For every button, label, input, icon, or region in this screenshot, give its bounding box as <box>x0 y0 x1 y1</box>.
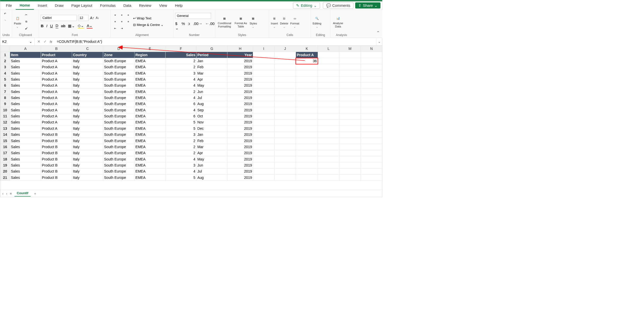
col-header-M[interactable]: M <box>339 46 361 52</box>
cell-G15[interactable]: Feb <box>196 138 227 144</box>
cell-B14[interactable]: Product B <box>41 131 72 138</box>
cell-N6[interactable] <box>361 82 382 88</box>
decrease-decimal-button[interactable]: ←.00 <box>205 21 215 30</box>
cell-J15[interactable] <box>274 138 296 144</box>
cell-G2[interactable]: Jan <box>196 58 227 64</box>
analyse-data-button[interactable]: 📊Analyse Data <box>332 15 344 28</box>
cell-D20[interactable]: South Europe <box>103 168 135 174</box>
align-top-center-button[interactable]: ≡ <box>119 12 124 18</box>
cell-I16[interactable] <box>253 144 274 150</box>
cell-F17[interactable]: 2 <box>166 150 196 156</box>
cell-F18[interactable]: 4 <box>166 156 196 162</box>
cell-H10[interactable]: 2019 <box>227 107 253 113</box>
cut-button[interactable]: ✂ <box>23 12 29 18</box>
cell-G5[interactable]: Apr <box>196 76 227 82</box>
cell-I17[interactable] <box>253 150 274 156</box>
cell-E1[interactable]: Region <box>134 52 165 58</box>
row-header-18[interactable]: 18 <box>0 156 10 162</box>
cell-B7[interactable]: Product A <box>41 89 72 95</box>
cell-D1[interactable]: Zone <box>103 52 135 58</box>
cell-M5[interactable] <box>339 76 361 82</box>
cell-J13[interactable] <box>274 125 296 131</box>
cell-I14[interactable] <box>253 131 274 138</box>
increase-font-button[interactable]: A↑ <box>90 16 94 20</box>
cell-B21[interactable]: Product B <box>41 175 72 181</box>
col-header-F[interactable]: F <box>166 46 196 52</box>
cell-H2[interactable]: 2019 <box>227 58 253 64</box>
cell-H20[interactable]: 2019 <box>227 168 253 174</box>
cell-M20[interactable] <box>339 168 361 174</box>
cell-J11[interactable] <box>274 113 296 119</box>
cell-N10[interactable] <box>361 107 382 113</box>
row-header-15[interactable]: 15 <box>0 138 10 144</box>
cell-A4[interactable]: Sales <box>10 70 41 76</box>
tab-formulas[interactable]: Formulas <box>96 1 119 10</box>
underline-button[interactable]: U <box>50 24 53 28</box>
cell-H3[interactable]: 2019 <box>227 64 253 70</box>
cell-F11[interactable]: 6 <box>166 113 196 119</box>
cell-L6[interactable] <box>318 82 339 88</box>
tab-page-layout[interactable]: Page Layout <box>67 1 96 10</box>
cell-H15[interactable]: 2019 <box>227 138 253 144</box>
align-middle-right-button[interactable]: ≡ <box>126 19 131 24</box>
cell-M1[interactable] <box>339 52 361 58</box>
cell-M9[interactable] <box>339 101 361 107</box>
cell-J8[interactable] <box>274 95 296 101</box>
cell-L11[interactable] <box>318 113 339 119</box>
tab-view[interactable]: View <box>155 1 171 10</box>
cell-C4[interactable]: Italy <box>72 70 103 76</box>
cell-H4[interactable]: 2019 <box>227 70 253 76</box>
cell-E9[interactable]: EMEA <box>134 101 165 107</box>
row-header-9[interactable]: 9 <box>0 101 10 107</box>
cell-F12[interactable]: 5 <box>166 119 196 125</box>
cell-E2[interactable]: EMEA <box>134 58 165 64</box>
cell-I4[interactable] <box>253 70 274 76</box>
cell-I13[interactable] <box>253 125 274 131</box>
row-header-5[interactable]: 5 <box>0 76 10 82</box>
cell-A9[interactable]: Sales <box>10 101 41 107</box>
cell-B15[interactable]: Product B <box>41 138 72 144</box>
cell-J1[interactable] <box>274 52 296 58</box>
row-header-10[interactable]: 10 <box>0 107 10 113</box>
row-header-3[interactable]: 3 <box>0 64 10 70</box>
cell-E8[interactable]: EMEA <box>134 95 165 101</box>
cell-M16[interactable] <box>339 144 361 150</box>
border-button[interactable]: ▦⌄ <box>68 24 75 28</box>
cell-E12[interactable]: EMEA <box>134 119 165 125</box>
cell-H17[interactable]: 2019 <box>227 150 253 156</box>
cell-N19[interactable] <box>361 162 382 168</box>
all-sheets-button[interactable]: ≡ <box>10 191 12 195</box>
redo-button[interactable]: ↷ <box>2 17 8 23</box>
cell-M7[interactable] <box>339 89 361 95</box>
cell-N17[interactable] <box>361 150 382 156</box>
col-header-H[interactable]: H <box>227 46 253 52</box>
next-sheet-button[interactable]: › <box>6 191 7 195</box>
cell-B12[interactable]: Product A <box>41 119 72 125</box>
cell-M18[interactable] <box>339 156 361 162</box>
double-underline-button[interactable]: D <box>56 23 58 28</box>
cell-G13[interactable]: Dec <box>196 125 227 131</box>
align-middle-left-button[interactable]: ≡ <box>112 19 118 24</box>
cell-I2[interactable] <box>253 58 274 64</box>
cell-H6[interactable]: 2019 <box>227 82 253 88</box>
cell-J21[interactable] <box>274 175 296 181</box>
cell-H19[interactable]: 2019 <box>227 162 253 168</box>
cell-I20[interactable] <box>253 168 274 174</box>
cell-I21[interactable] <box>253 175 274 181</box>
cell-F16[interactable]: 2 <box>166 144 196 150</box>
cell-G4[interactable]: Mar <box>196 70 227 76</box>
cell-B11[interactable]: Product A <box>41 113 72 119</box>
cell-J4[interactable] <box>274 70 296 76</box>
row-header-13[interactable]: 13 <box>0 125 10 131</box>
cell-L13[interactable] <box>318 125 339 131</box>
cell-G11[interactable]: Oct <box>196 113 227 119</box>
cell-A14[interactable]: Sales <box>10 131 41 138</box>
format-cells-button[interactable]: ▭Format⌄ <box>290 15 299 28</box>
wrap-text-button[interactable]: ↩ Wrap Text <box>133 16 164 20</box>
tab-file[interactable]: File <box>2 1 16 10</box>
row-header-14[interactable]: 14 <box>0 131 10 138</box>
cell-B2[interactable]: Product A <box>41 58 72 64</box>
cell-A21[interactable]: Sales <box>10 175 41 181</box>
cell-D15[interactable]: South Europe <box>103 138 135 144</box>
cell-L8[interactable] <box>318 95 339 101</box>
